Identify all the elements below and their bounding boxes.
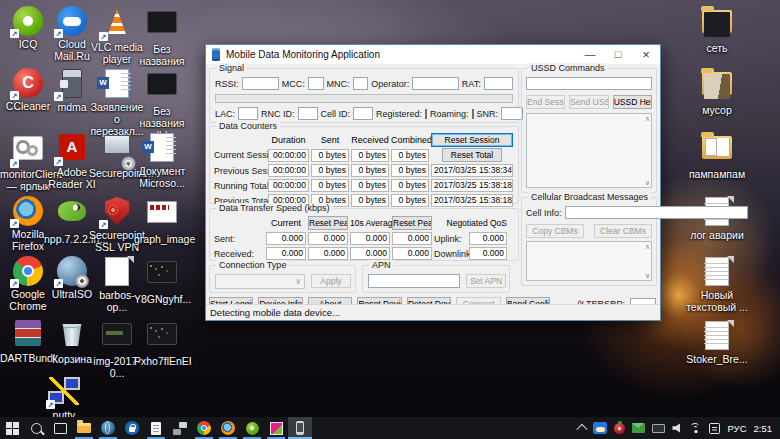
close-button[interactable]: × <box>632 45 660 64</box>
sent-peak: 0.000 <box>308 232 348 245</box>
operator-field[interactable] <box>412 77 459 90</box>
desktop-icon-word-document[interactable]: Документ Microso... <box>134 132 190 189</box>
connection-type-select[interactable] <box>215 274 305 289</box>
scroll-up-icon[interactable]: ∧ <box>645 243 650 250</box>
end-session-button[interactable]: End Session <box>526 95 565 109</box>
apn-field[interactable] <box>368 274 460 288</box>
copy-cbms-button[interactable]: Copy CBMs <box>526 224 584 238</box>
ussd-help-button[interactable]: USSD Help <box>613 95 652 109</box>
maximize-button[interactable]: □ <box>604 45 632 64</box>
rat-field[interactable] <box>484 77 513 90</box>
taskbar-icq[interactable] <box>240 417 264 439</box>
cell-id-label: Cell ID: <box>321 109 351 119</box>
rssi-field[interactable] <box>242 77 279 90</box>
set-apn-button[interactable]: Set APN <box>466 274 506 288</box>
desktop-icon-new-text-document[interactable]: Новый текстовый ... <box>684 256 750 313</box>
taskbar-vpn-lock-app[interactable] <box>120 417 144 439</box>
shortcut-arrow-icon: ↗ <box>99 220 108 229</box>
current-session-duration: 00:00:00 <box>268 149 309 162</box>
desktop-icon-graph-image[interactable]: graph_image <box>134 196 190 245</box>
clear-cbms-button[interactable]: Clear CBMs <box>594 224 652 238</box>
running-total-timestamp: 2017/03/25 15:38:18 <box>431 179 513 192</box>
scroll-down-icon[interactable]: ∨ <box>645 179 650 186</box>
shortcut-arrow-icon: ↗ <box>54 279 63 288</box>
signal-group-title: Signal <box>216 63 247 73</box>
taskbar-file-explorer[interactable] <box>72 417 96 439</box>
icon-label: graph_image <box>134 233 190 245</box>
running-total-combined: 0 bytes <box>391 179 429 192</box>
tray-action-center-icon[interactable] <box>709 423 720 434</box>
shortcut-arrow-icon: ↗ <box>10 219 19 228</box>
mnc-field[interactable] <box>353 77 369 90</box>
system-tray: РУС 2:51 <box>578 422 780 434</box>
lac-field[interactable] <box>238 107 258 120</box>
combined-header: Combined <box>391 135 429 145</box>
previous-total-combined: 0 bytes <box>391 194 429 207</box>
send-ussd-button[interactable]: Send USSD <box>569 95 608 109</box>
taskbar-firefox[interactable] <box>216 417 240 439</box>
taskbar-search-button[interactable] <box>24 417 48 439</box>
tray-red-notification-icon[interactable] <box>614 423 625 434</box>
desktop-icon-untitled-image[interactable]: Без названия <box>134 6 190 67</box>
desktop-icon-stoker-document[interactable]: Stoker_Bre... <box>684 320 750 365</box>
desktop-icon-musor-folder[interactable]: мусор <box>684 68 750 116</box>
scroll-down-icon[interactable]: ∨ <box>645 272 650 279</box>
reset-session-button[interactable]: Reset Session <box>431 133 513 147</box>
cell-info-field[interactable] <box>565 206 748 219</box>
task-view-button[interactable] <box>48 417 72 439</box>
sent-speed-label: Sent: <box>214 234 264 244</box>
tray-wifi-icon[interactable] <box>690 423 702 433</box>
taskbar-photos[interactable] <box>264 417 288 439</box>
snr-field[interactable] <box>501 107 523 120</box>
ussd-command-field[interactable] <box>526 77 652 90</box>
desktop-icon-pampampam-folder[interactable]: пампампам <box>684 132 750 180</box>
start-button[interactable] <box>0 417 24 439</box>
ussd-response-area[interactable]: ∧ ∨ <box>526 113 652 188</box>
folder-icon <box>702 10 732 33</box>
desktop-icon-y8gngyhf-image[interactable]: Y8GNgyhf... <box>134 256 190 305</box>
taskbar-remote-desktop-app[interactable] <box>168 417 192 439</box>
vlc-cone-icon <box>104 9 130 34</box>
cell-id-field[interactable] <box>353 107 373 120</box>
roaming-checkbox[interactable] <box>472 109 474 119</box>
desktop-icon-pxho-image[interactable]: Pxho7flEnEI <box>134 318 190 367</box>
taskbar-chrome[interactable] <box>192 417 216 439</box>
photos-icon <box>270 422 283 435</box>
taskbar-mobile-data-app[interactable] <box>288 417 312 439</box>
reset-peak-button-1[interactable]: Reset Peak <box>308 216 348 230</box>
title-bar[interactable]: Mobile Data Monitoring Application — □ × <box>206 45 660 64</box>
icon-label: лог аварии <box>684 229 750 241</box>
recycle-bin-icon <box>61 321 83 346</box>
taskbar-document-app[interactable] <box>144 417 168 439</box>
previous-session-combined: 0 bytes <box>391 164 429 177</box>
desktop-icon-set-folder[interactable]: сеть <box>684 6 750 54</box>
ussd-commands-group: USSD Commands End Session Send USSD USSD… <box>521 68 657 193</box>
mcc-field[interactable] <box>308 77 324 90</box>
registered-checkbox[interactable] <box>425 109 427 119</box>
cbm-group: Cellular Broadcast Messages Cell Info: C… <box>521 197 657 286</box>
reset-total-button[interactable]: Reset Total <box>442 148 502 162</box>
reset-peak-button-2[interactable]: Reset Peak <box>392 216 432 230</box>
tray-touch-keyboard-icon[interactable] <box>652 424 665 433</box>
apply-button[interactable]: Apply <box>311 274 351 288</box>
scroll-up-icon[interactable]: ∧ <box>645 115 650 122</box>
apn-group: APN Set APN <box>362 265 510 293</box>
data-counters-group: Data Counters Duration Sent Received Com… <box>209 126 519 204</box>
current-session-label: Current Session: <box>214 150 266 160</box>
tray-mail-icon[interactable] <box>632 423 645 433</box>
tray-mailru-cloud-icon[interactable] <box>593 422 607 434</box>
firefox-icon <box>221 421 235 435</box>
desktop-icon-untitled-image-h[interactable]: Без названия (h) <box>134 68 190 141</box>
minimize-button[interactable]: — <box>576 45 604 64</box>
tray-volume-icon[interactable] <box>672 423 683 433</box>
desktop: { "desktop": { "left_icons": [ {"label":… <box>0 0 780 439</box>
taskbar-globe-app[interactable] <box>96 417 120 439</box>
shortcut-arrow-icon: ↗ <box>10 29 19 38</box>
cbm-message-area[interactable]: ∧ ∨ <box>526 241 652 281</box>
tray-chevron-up-icon[interactable] <box>577 424 588 435</box>
word-document-icon <box>150 133 174 162</box>
desktop-icon-putty[interactable]: ↗ putty <box>36 376 92 421</box>
rnc-id-field[interactable] <box>298 107 318 120</box>
tray-clock[interactable]: 2:51 <box>754 423 773 434</box>
tray-language-indicator[interactable]: РУС <box>727 423 746 434</box>
